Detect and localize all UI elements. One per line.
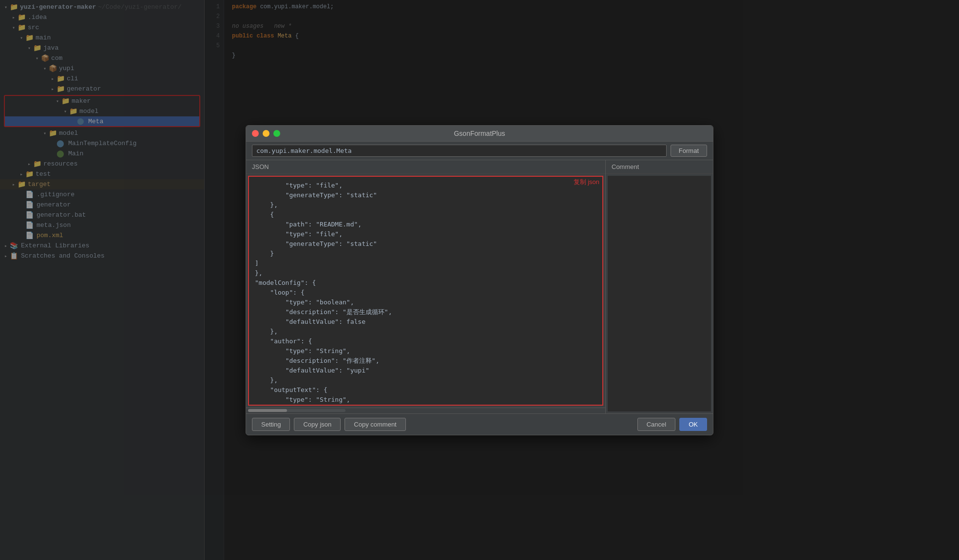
cancel-button[interactable]: Cancel	[637, 418, 675, 431]
scrollbar-thumb[interactable]	[248, 409, 287, 412]
window-buttons	[252, 130, 280, 137]
footer-left-buttons: Setting Copy json Copy comment	[252, 418, 406, 431]
footer-right-buttons: Cancel OK	[637, 418, 707, 431]
copy-json-button[interactable]: Copy json	[294, 418, 341, 431]
comment-panel-header: Comment	[606, 160, 713, 174]
close-button[interactable]	[252, 130, 259, 137]
modal-body: JSON "type": "file", "generateType": "st…	[246, 160, 713, 413]
json-editor[interactable]: "type": "file", "generateType": "static"…	[249, 177, 602, 405]
copy-json-overlay-button[interactable]: 复制 json	[574, 178, 599, 187]
modal-toolbar: Format	[246, 142, 713, 160]
class-name-input[interactable]	[252, 145, 667, 157]
json-scrollbar	[246, 408, 605, 413]
modal-footer: Setting Copy json Copy comment Cancel OK	[246, 413, 713, 435]
gson-format-modal: GsonFormatPlus Format JSON "type": "file…	[246, 125, 713, 435]
ok-button[interactable]: OK	[679, 418, 707, 431]
modal-titlebar: GsonFormatPlus	[246, 126, 713, 142]
json-panel-header: JSON	[246, 160, 605, 174]
modal-overlay: GsonFormatPlus Format JSON "type": "file…	[0, 0, 959, 560]
setting-button[interactable]: Setting	[252, 418, 290, 431]
maximize-button[interactable]	[273, 130, 280, 137]
minimize-button[interactable]	[263, 130, 269, 137]
copy-comment-button[interactable]: Copy comment	[345, 418, 405, 431]
format-button[interactable]: Format	[671, 145, 707, 157]
modal-title: GsonFormatPlus	[454, 130, 505, 137]
scrollbar-track[interactable]	[248, 409, 345, 412]
comment-panel: Comment	[606, 160, 713, 413]
comment-content-area	[608, 176, 711, 411]
json-panel: JSON "type": "file", "generateType": "st…	[246, 160, 606, 413]
